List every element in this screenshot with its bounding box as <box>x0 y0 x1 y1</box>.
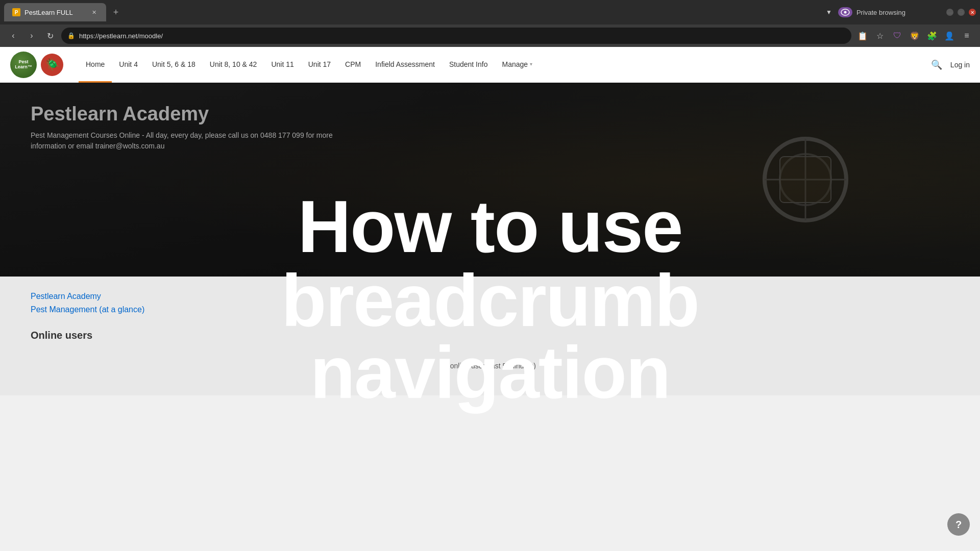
extension-button[interactable]: 🧩 <box>925 29 939 43</box>
minimize-button[interactable]: — <box>946 9 953 16</box>
nav-unit8[interactable]: Unit 8, 10 & 42 <box>203 47 264 83</box>
bookmark-star-button[interactable]: ☆ <box>873 29 887 43</box>
site-logo[interactable]: PestLearn™ 🪲 <box>10 52 63 78</box>
hero-section: Pestlearn Academy Pest Management Course… <box>0 83 980 277</box>
svg-point-1 <box>844 11 846 14</box>
private-browsing-label: Private browsing <box>856 9 905 16</box>
reload-button[interactable]: ↻ <box>43 29 57 43</box>
nav-student[interactable]: Student Info <box>442 47 495 83</box>
url-display: https://pestlearn.net/moodle/ <box>79 32 163 40</box>
breadcrumb: Pestlearn Academy <box>31 292 949 301</box>
tab-title: PestLearn FULL <box>24 9 73 16</box>
bug-icon: 🪲 <box>41 54 63 76</box>
nav-right-actions: 🔍 Log in <box>931 59 970 70</box>
hero-site-title: Pestlearn Academy <box>31 103 949 125</box>
tab-dropdown-button[interactable]: ▼ <box>822 5 836 19</box>
nav-unit11[interactable]: Unit 11 <box>264 47 301 83</box>
hero-tagline: Pest Management Courses Online - All day… <box>31 130 337 152</box>
site-navigation: Home Unit 4 Unit 5, 6 & 18 Unit 8, 10 & … <box>79 47 931 83</box>
nav-manage[interactable]: Manage ▾ <box>495 47 540 83</box>
website-content: PestLearn™ 🪲 Home Unit 4 Unit 5, 6 & 18 … <box>0 47 980 551</box>
nav-infield[interactable]: Infield Assessment <box>368 47 442 83</box>
pestlearn-logo: PestLearn™ <box>10 52 37 78</box>
private-browsing-icon <box>838 7 852 17</box>
tab-favicon: P <box>12 8 20 16</box>
bookmark-list-button[interactable]: 📋 <box>855 29 870 43</box>
browser-chrome: P PestLearn FULL ✕ + ▼ Private browsing … <box>0 0 980 47</box>
breadcrumb-home[interactable]: Pestlearn Academy <box>31 292 101 301</box>
profile-button[interactable]: 👤 <box>942 29 957 43</box>
address-bar-row: ‹ › ↻ 🔒 https://pestlearn.net/moodle/ 📋 … <box>0 24 980 47</box>
shields-button[interactable]: 🛡 <box>890 29 904 43</box>
online-users-count: 1 online user (last 5 minutes) <box>31 352 949 380</box>
hero-content: Pestlearn Academy Pest Management Course… <box>0 83 980 172</box>
online-users-section: Online users 1 online user (last 5 minut… <box>31 330 949 380</box>
private-browsing-indicator: Private browsing <box>838 7 905 17</box>
menu-button[interactable]: ≡ <box>960 29 974 43</box>
body-content: Pestlearn Academy Pest Management (at a … <box>0 277 980 395</box>
back-button[interactable]: ‹ <box>6 29 20 43</box>
brave-rewards-button[interactable]: 🦁 <box>908 29 922 43</box>
tab-bar: P PestLearn FULL ✕ + ▼ Private browsing … <box>0 0 980 24</box>
active-tab[interactable]: P PestLearn FULL ✕ <box>4 3 106 21</box>
nav-home[interactable]: Home <box>79 47 112 83</box>
logo-text: PestLearn™ <box>15 60 32 70</box>
course-link[interactable]: Pest Management (at a glance) <box>31 305 949 314</box>
forward-button[interactable]: › <box>24 29 39 43</box>
site-search-button[interactable]: 🔍 <box>931 59 942 70</box>
nav-unit5[interactable]: Unit 5, 6 & 18 <box>145 47 203 83</box>
manage-dropdown-arrow: ▾ <box>530 61 532 67</box>
restore-button[interactable]: □ <box>958 9 965 16</box>
browser-toolbar-actions: 📋 ☆ 🛡 🦁 🧩 👤 ≡ <box>855 29 974 43</box>
ssl-lock-icon: 🔒 <box>67 32 75 39</box>
login-button[interactable]: Log in <box>950 61 970 69</box>
online-users-title: Online users <box>31 330 949 341</box>
help-button[interactable]: ? <box>947 513 970 536</box>
nav-cpm[interactable]: CPM <box>338 47 368 83</box>
nav-unit17[interactable]: Unit 17 <box>301 47 338 83</box>
site-header: PestLearn™ 🪲 Home Unit 4 Unit 5, 6 & 18 … <box>0 47 980 83</box>
new-tab-button[interactable]: + <box>108 5 124 20</box>
nav-unit4[interactable]: Unit 4 <box>112 47 145 83</box>
window-controls: — □ ✕ <box>946 9 976 16</box>
tab-close-button[interactable]: ✕ <box>90 8 98 16</box>
address-bar[interactable]: 🔒 https://pestlearn.net/moodle/ <box>61 28 851 44</box>
close-button[interactable]: ✕ <box>969 9 976 16</box>
